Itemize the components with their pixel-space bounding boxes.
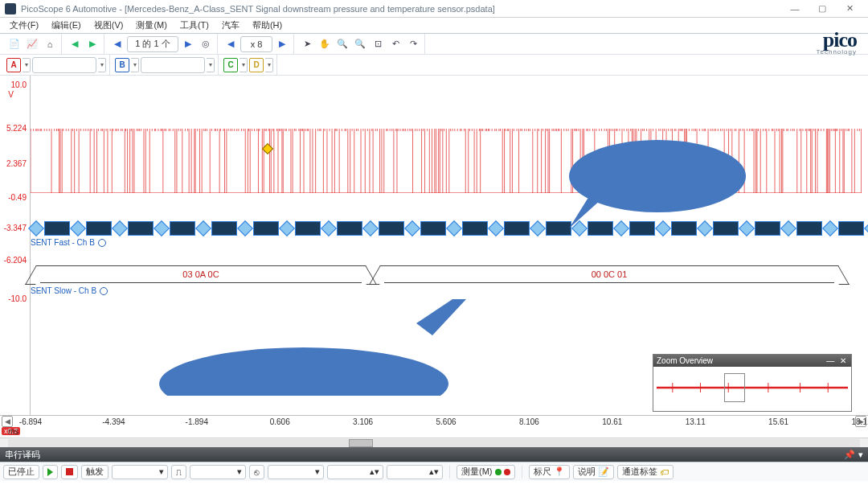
zoom-trace	[657, 383, 848, 392]
menu-tools[interactable]: 工具(T)	[175, 18, 214, 33]
channel-b-dropdown[interactable]: ▾	[131, 58, 139, 72]
sent-marker	[237, 220, 253, 236]
channel-c-dropdown[interactable]: ▾	[240, 58, 248, 72]
channel-a-dropdown[interactable]: ▾	[23, 58, 31, 72]
zoom-out-step[interactable]: ◀	[223, 36, 239, 52]
sent-fast-label: SENT Fast - Ch B	[31, 238, 106, 247]
page-first[interactable]: ◀	[109, 36, 125, 52]
zoom-factor[interactable]: x 8	[240, 36, 272, 52]
menu-measure[interactable]: 测量(M)	[131, 18, 172, 33]
zoom-in-icon[interactable]: 🔍	[334, 36, 350, 52]
channel-a-opts[interactable]: ▾	[98, 58, 106, 72]
sent-marker	[404, 220, 420, 236]
y-tick: -0.49	[8, 193, 27, 202]
home-button[interactable]: ⌂	[42, 36, 58, 52]
minimize-button[interactable]: —	[781, 2, 809, 16]
zoom-in-step[interactable]: ▶	[274, 36, 290, 52]
pico-logo: pico Technology	[817, 32, 857, 56]
ruler-button[interactable]: 标尺 📍	[529, 465, 570, 479]
channel-toolbar: A ▾ ▾ B ▾ ▾ C ▾ D ▾	[0, 55, 868, 76]
trigger-edge[interactable]: ⎋	[249, 465, 264, 479]
sent-packet	[379, 221, 404, 236]
scrollbar-thumb[interactable]	[349, 439, 373, 447]
x-tick: 5.606	[436, 417, 456, 426]
callout-slow-text: 由Fast数据组成的Slow SENT	[199, 333, 357, 348]
channel-d-dropdown[interactable]: ▾	[265, 58, 273, 72]
zoom-controls[interactable]: — ✕	[826, 356, 848, 365]
gear-icon[interactable]	[100, 287, 108, 295]
play-icon	[47, 468, 53, 476]
stop-icon	[66, 468, 73, 475]
stop-button[interactable]	[61, 465, 78, 479]
undo-icon[interactable]: ↶	[387, 36, 403, 52]
sent-marker	[70, 220, 86, 236]
nav-next[interactable]: ▶	[84, 36, 100, 52]
target-button[interactable]: ◎	[198, 36, 214, 52]
x-scroll-right[interactable]: ▶	[855, 416, 866, 427]
y-tick: 10.0	[11, 80, 27, 89]
menu-auto[interactable]: 汽车	[217, 18, 244, 33]
x-scroll-left[interactable]: ◀	[2, 416, 13, 427]
channel-b-range[interactable]	[141, 57, 205, 73]
callout-fast	[561, 108, 754, 236]
zoom-out-icon[interactable]: 🔍	[352, 36, 368, 52]
redo-icon[interactable]: ↷	[405, 36, 421, 52]
pin-icon[interactable]: 📌	[844, 450, 855, 460]
measure-button[interactable]: 测量(M)	[457, 465, 515, 479]
close-button[interactable]: ✕	[836, 2, 863, 16]
trigger-mode[interactable]: ▾	[112, 465, 168, 479]
trigger-level[interactable]: ▾	[268, 465, 324, 479]
scope-button[interactable]: 📈	[24, 36, 40, 52]
run-button[interactable]	[43, 465, 58, 479]
channel-a-range[interactable]	[32, 57, 96, 73]
trigger-pos1[interactable]: ▴▾	[327, 465, 383, 479]
menu-file[interactable]: 文件(F)	[5, 18, 43, 33]
menu-bar: 文件(F) 编辑(E) 视图(V) 测量(M) 工具(T) 汽车 帮助(H)	[0, 18, 868, 34]
horizontal-scrollbar[interactable]	[0, 438, 868, 447]
plot-canvas[interactable]: SENT Fast - Ch B 03 0A 0C 00 0C 01 SENT …	[31, 76, 862, 415]
zoom-fit-icon[interactable]: ⊡	[370, 36, 386, 52]
zoom-overview-panel[interactable]: Zoom Overview— ✕	[653, 354, 852, 412]
sent-marker	[195, 220, 211, 236]
open-file-button[interactable]: 📄	[6, 36, 23, 52]
trigger-pos2[interactable]: ▴▾	[387, 465, 443, 479]
zoom-window[interactable]	[724, 373, 745, 402]
y-tick: -10.0	[8, 294, 27, 303]
page-last[interactable]: ▶	[180, 36, 196, 52]
nav-prev[interactable]: ◀	[67, 36, 83, 52]
gear-icon[interactable]	[98, 239, 106, 247]
channel-b-badge[interactable]: B	[115, 58, 129, 72]
menu-view[interactable]: 视图(V)	[89, 18, 129, 33]
x-unit: ms	[8, 427, 18, 436]
y-tick: -6.204	[4, 256, 27, 265]
y-tick: -3.347	[4, 224, 27, 232]
menu-help[interactable]: 帮助(H)	[248, 18, 287, 33]
sent-packet	[337, 221, 362, 236]
page-indicator[interactable]: 1 的 1 个	[127, 36, 178, 52]
maximize-button[interactable]: ▢	[809, 2, 836, 16]
x-tick: 10.61	[602, 417, 622, 426]
channel-d-badge[interactable]: D	[249, 58, 264, 72]
plot-area[interactable]: 10.0 V 5.224 2.367 -0.49 -3.347 -6.204 -…	[0, 76, 868, 415]
sent-packet	[504, 221, 530, 236]
trigger-opt1[interactable]: ⎍	[171, 465, 186, 479]
pointer-tool[interactable]: ➤	[299, 36, 315, 52]
y-tick: 2.367	[6, 159, 27, 168]
sent-packet	[462, 221, 488, 236]
trigger-label[interactable]: 触发	[81, 465, 108, 479]
channel-c-badge[interactable]: C	[223, 58, 238, 72]
hand-tool[interactable]: ✋	[317, 36, 333, 52]
sent-packet	[44, 221, 70, 236]
channel-b-opts[interactable]: ▾	[207, 58, 215, 72]
serial-decode-bar[interactable]: 串行译码 📌▾	[0, 447, 868, 462]
trigger-src[interactable]: ▾	[190, 465, 246, 479]
x-tick: 8.106	[519, 417, 539, 426]
chevron-down-icon[interactable]: ▾	[858, 450, 863, 460]
sent-packet	[796, 221, 822, 236]
title-bar: PicoScope 6 Automotive - [Mercedes-Benz_…	[0, 0, 868, 18]
sent-packet	[253, 221, 279, 236]
channel-label-button[interactable]: 通道标签 🏷	[617, 465, 674, 479]
menu-edit[interactable]: 编辑(E)	[47, 18, 86, 33]
help-button[interactable]: 说明 📝	[573, 465, 614, 479]
channel-a-badge[interactable]: A	[6, 58, 21, 72]
